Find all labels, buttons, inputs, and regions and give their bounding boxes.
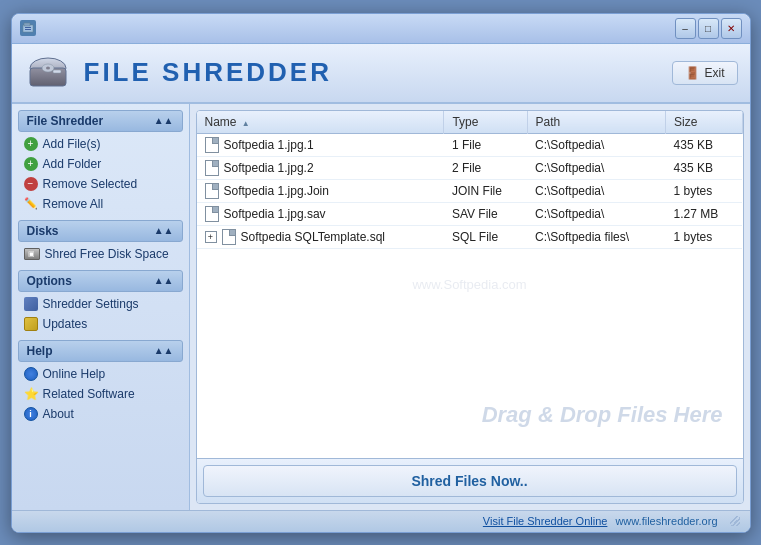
cell-size: 1 bytes <box>666 179 742 202</box>
col-size[interactable]: Size <box>666 111 742 134</box>
sidebar-item-updates[interactable]: Updates <box>18 314 183 334</box>
svg-point-7 <box>46 66 50 69</box>
sidebar-item-about[interactable]: i About <box>18 404 183 424</box>
sidebar-section-help: Help ▲▲ Online Help ⭐ Related Software i… <box>18 340 183 424</box>
exit-button[interactable]: 🚪 Exit <box>672 61 737 85</box>
sidebar-item-shredder-settings[interactable]: Shredder Settings <box>18 294 183 314</box>
main-window: – □ ✕ <box>11 13 751 533</box>
svg-rect-1 <box>24 23 30 26</box>
sidebar-item-label: Shred Free Disk Space <box>45 247 169 261</box>
table-row[interactable]: Softpedia 1.jpg.JoinJOIN FileC:\Softpedi… <box>197 179 743 202</box>
sidebar-section-label: Options <box>27 274 72 288</box>
app-header: FILE SHREDDER 🚪 Exit <box>12 44 750 104</box>
svg-rect-2 <box>25 27 31 28</box>
app-title: FILE SHREDDER <box>84 57 332 88</box>
table-row[interactable]: Softpedia 1.jpg.11 FileC:\Softpedia\435 … <box>197 133 743 156</box>
collapse-icon: ▲▲ <box>154 345 174 356</box>
exit-label: Exit <box>704 66 724 80</box>
sidebar-section-file-shredder: File Shredder ▲▲ + Add File(s) + Add Fol… <box>18 110 183 214</box>
col-path[interactable]: Path <box>527 111 666 134</box>
table-row[interactable]: Softpedia 1.jpg.savSAV FileC:\Softpedia\… <box>197 202 743 225</box>
sidebar-item-add-files[interactable]: + Add File(s) <box>18 134 183 154</box>
sidebar-section-options: Options ▲▲ Shredder Settings Updates <box>18 270 183 334</box>
footer-url: www.fileshredder.org <box>615 515 717 527</box>
pencil-icon: ✏️ <box>24 197 38 211</box>
cell-name: Softpedia 1.jpg.1 <box>197 133 444 156</box>
cell-name: Softpedia 1.jpg.Join <box>197 179 444 202</box>
sidebar-header-file-shredder[interactable]: File Shredder ▲▲ <box>18 110 183 132</box>
file-doc-icon <box>205 137 219 153</box>
collapse-icon: ▲▲ <box>154 115 174 126</box>
cell-path: C:\Softpedia\ <box>527 156 666 179</box>
cell-name: +Softpedia SQLTemplate.sql <box>197 225 444 248</box>
sidebar-item-remove-all[interactable]: ✏️ Remove All <box>18 194 183 214</box>
svg-rect-3 <box>25 29 31 30</box>
file-list-wrapper: Name ▲ Type Path Size Softpedia 1.jpg.11… <box>197 111 743 458</box>
app-logo <box>24 49 72 97</box>
sidebar-section-label: File Shredder <box>27 114 104 128</box>
sidebar-section-label: Disks <box>27 224 59 238</box>
sort-arrow: ▲ <box>242 119 250 128</box>
expand-icon[interactable]: + <box>205 231 217 243</box>
shred-btn-bar: Shred Files Now.. <box>197 458 743 503</box>
drag-drop-hint: Drag & Drop Files Here <box>482 402 723 428</box>
sidebar-item-label: Remove All <box>43 197 104 211</box>
sidebar-section-label: Help <box>27 344 53 358</box>
file-area: Name ▲ Type Path Size Softpedia 1.jpg.11… <box>196 110 744 504</box>
cell-size: 435 KB <box>666 133 742 156</box>
cell-path: C:\Softpedia\ <box>527 133 666 156</box>
shred-button[interactable]: Shred Files Now.. <box>203 465 737 497</box>
cell-type: SAV File <box>444 202 527 225</box>
sidebar: File Shredder ▲▲ + Add File(s) + Add Fol… <box>12 104 190 510</box>
table-row[interactable]: Softpedia 1.jpg.22 FileC:\Softpedia\435 … <box>197 156 743 179</box>
sidebar-header-disks[interactable]: Disks ▲▲ <box>18 220 183 242</box>
sidebar-item-label: Online Help <box>43 367 106 381</box>
sidebar-item-label: Add Folder <box>43 157 102 171</box>
file-doc-icon <box>205 206 219 222</box>
minimize-button[interactable]: – <box>675 18 696 39</box>
sidebar-header-help[interactable]: Help ▲▲ <box>18 340 183 362</box>
maximize-button[interactable]: □ <box>698 18 719 39</box>
shredder-icon <box>24 297 38 311</box>
sidebar-item-related-software[interactable]: ⭐ Related Software <box>18 384 183 404</box>
exit-icon: 🚪 <box>685 66 700 80</box>
file-table: Name ▲ Type Path Size Softpedia 1.jpg.11… <box>197 111 743 249</box>
table-row[interactable]: +Softpedia SQLTemplate.sqlSQL FileC:\Sof… <box>197 225 743 248</box>
sidebar-item-label: About <box>43 407 74 421</box>
cell-path: C:\Softpedia files\ <box>527 225 666 248</box>
title-bar-icon <box>20 20 36 36</box>
close-button[interactable]: ✕ <box>721 18 742 39</box>
footer-bar: Visit File Shredder Online www.fileshred… <box>12 510 750 532</box>
collapse-icon: ▲▲ <box>154 275 174 286</box>
sidebar-item-add-folder[interactable]: + Add Folder <box>18 154 183 174</box>
resize-handle[interactable] <box>730 516 740 526</box>
plus-icon: + <box>24 157 38 171</box>
plus-icon: + <box>24 137 38 151</box>
file-doc-icon <box>205 160 219 176</box>
file-doc-icon <box>205 183 219 199</box>
cell-size: 1 bytes <box>666 225 742 248</box>
svg-rect-8 <box>53 70 61 73</box>
sidebar-item-label: Add File(s) <box>43 137 101 151</box>
col-type[interactable]: Type <box>444 111 527 134</box>
sidebar-item-shred-disk[interactable]: ▣ Shred Free Disk Space <box>18 244 183 264</box>
about-icon: i <box>24 407 38 421</box>
star-icon: ⭐ <box>24 387 38 401</box>
cell-name: Softpedia 1.jpg.2 <box>197 156 444 179</box>
cell-path: C:\Softpedia\ <box>527 179 666 202</box>
main-content: File Shredder ▲▲ + Add File(s) + Add Fol… <box>12 104 750 510</box>
update-icon <box>24 317 38 331</box>
footer-link[interactable]: Visit File Shredder Online <box>483 515 608 527</box>
title-bar-buttons: – □ ✕ <box>675 18 742 39</box>
col-name[interactable]: Name ▲ <box>197 111 444 134</box>
cell-size: 1.27 MB <box>666 202 742 225</box>
sidebar-item-online-help[interactable]: Online Help <box>18 364 183 384</box>
file-doc-icon <box>222 229 236 245</box>
cell-type: 1 File <box>444 133 527 156</box>
disk-icon: ▣ <box>24 248 40 260</box>
cell-name: Softpedia 1.jpg.sav <box>197 202 444 225</box>
sidebar-header-options[interactable]: Options ▲▲ <box>18 270 183 292</box>
sidebar-item-remove-selected[interactable]: − Remove Selected <box>18 174 183 194</box>
sidebar-section-disks: Disks ▲▲ ▣ Shred Free Disk Space <box>18 220 183 264</box>
sidebar-item-label: Updates <box>43 317 88 331</box>
